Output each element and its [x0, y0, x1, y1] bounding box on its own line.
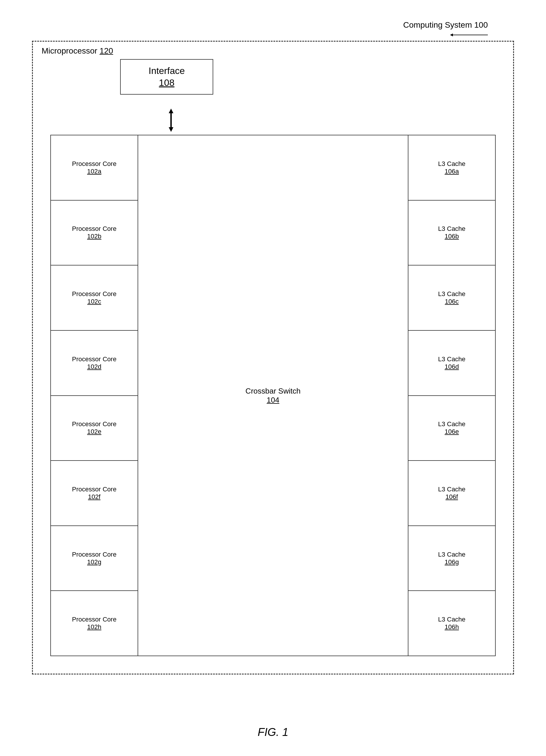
crossbar-title: Crossbar Switch — [246, 387, 300, 396]
cache-id-1: 106b — [445, 233, 459, 240]
core-id-4: 102e — [87, 428, 102, 435]
crossbar-column: Crossbar Switch 104 — [138, 135, 408, 656]
inner-box: Processor Core102aProcessor Core102bProc… — [50, 135, 496, 656]
core-cell-4: Processor Core102e — [51, 396, 138, 461]
core-id-6: 102g — [87, 558, 102, 566]
cache-id-6: 106g — [445, 558, 459, 566]
caches-column: L3 Cache106aL3 Cache106bL3 Cache106cL3 C… — [408, 135, 495, 656]
core-title-4: Processor Core — [72, 420, 117, 428]
microprocessor-label: Microprocessor 120 — [42, 46, 113, 56]
core-id-3: 102d — [87, 363, 102, 371]
core-title-7: Processor Core — [72, 616, 117, 623]
interface-box: Interface 108 — [120, 59, 213, 95]
svg-rect-3 — [171, 113, 172, 127]
cache-cell-5: L3 Cache106f — [408, 461, 495, 526]
cache-title-3: L3 Cache — [438, 355, 465, 363]
core-id-0: 102a — [87, 168, 102, 175]
microprocessor-text: Microprocessor — [42, 46, 97, 55]
cache-cell-6: L3 Cache106g — [408, 526, 495, 591]
cores-column: Processor Core102aProcessor Core102bProc… — [51, 135, 138, 656]
core-cell-2: Processor Core102c — [51, 265, 138, 331]
core-id-2: 102c — [87, 298, 101, 305]
diagram-container: Computing System 100 Microprocessor 120 … — [23, 17, 523, 698]
svg-marker-1 — [450, 33, 453, 36]
microprocessor-id: 120 — [100, 46, 113, 55]
cache-title-4: L3 Cache — [438, 420, 465, 428]
cache-id-5: 106f — [446, 493, 458, 501]
core-cell-7: Processor Core102h — [51, 591, 138, 656]
cache-id-4: 106e — [445, 428, 459, 435]
cache-id-3: 106d — [445, 363, 459, 371]
core-id-5: 102f — [88, 493, 101, 501]
cache-title-5: L3 Cache — [438, 486, 465, 493]
core-id-1: 102b — [87, 233, 102, 240]
cache-cell-4: L3 Cache106e — [408, 396, 495, 461]
microprocessor-box: Microprocessor 120 Interface 108 Process… — [32, 41, 514, 674]
cache-id-2: 106c — [445, 298, 459, 305]
svg-marker-4 — [169, 127, 173, 132]
core-cell-3: Processor Core102d — [51, 331, 138, 396]
cache-id-0: 106a — [445, 168, 459, 175]
computing-system-label: Computing System 100 — [403, 20, 488, 30]
cache-cell-1: L3 Cache106b — [408, 201, 495, 266]
core-id-7: 102h — [87, 623, 102, 631]
core-title-1: Processor Core — [72, 225, 117, 233]
svg-marker-2 — [169, 109, 173, 113]
fig-label: FIG. 1 — [258, 726, 288, 739]
cache-title-2: L3 Cache — [438, 290, 465, 298]
cache-title-7: L3 Cache — [438, 616, 465, 623]
core-title-6: Processor Core — [72, 551, 117, 558]
bidirectional-arrow-icon — [165, 109, 177, 132]
cache-title-6: L3 Cache — [438, 551, 465, 558]
core-title-0: Processor Core — [72, 160, 117, 168]
interface-id: 108 — [124, 77, 210, 88]
core-title-5: Processor Core — [72, 486, 117, 493]
cache-cell-0: L3 Cache106a — [408, 135, 495, 201]
crossbar-id: 104 — [267, 396, 279, 405]
core-cell-0: Processor Core102a — [51, 135, 138, 201]
core-cell-5: Processor Core102f — [51, 461, 138, 526]
cache-cell-3: L3 Cache106d — [408, 331, 495, 396]
cache-id-7: 106h — [445, 623, 459, 631]
cache-cell-7: L3 Cache106h — [408, 591, 495, 656]
cache-cell-2: L3 Cache106c — [408, 265, 495, 331]
cache-title-1: L3 Cache — [438, 225, 465, 233]
interface-title: Interface — [124, 65, 210, 76]
cache-title-0: L3 Cache — [438, 160, 465, 168]
core-cell-1: Processor Core102b — [51, 201, 138, 266]
core-cell-6: Processor Core102g — [51, 526, 138, 591]
core-title-3: Processor Core — [72, 355, 117, 363]
core-title-2: Processor Core — [72, 290, 117, 298]
